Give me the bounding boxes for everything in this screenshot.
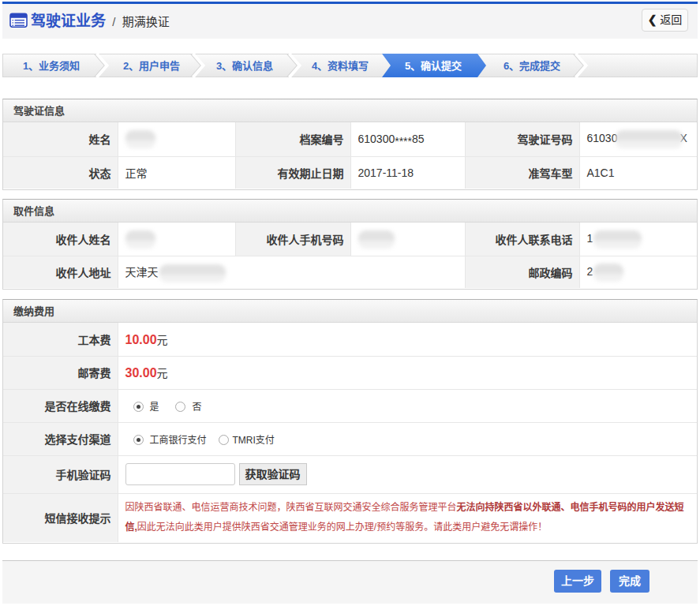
svg-text:4、资料填写: 4、资料填写 [312,60,369,72]
svg-text:5、确认提交: 5、确认提交 [405,60,462,72]
svg-text:2、用户申告: 2、用户申告 [123,60,180,72]
svg-text:3、确认信息: 3、确认信息 [216,60,273,72]
svg-text:6、完成提交: 6、完成提交 [503,60,560,72]
svg-text:1、业务须知: 1、业务须知 [23,60,80,72]
